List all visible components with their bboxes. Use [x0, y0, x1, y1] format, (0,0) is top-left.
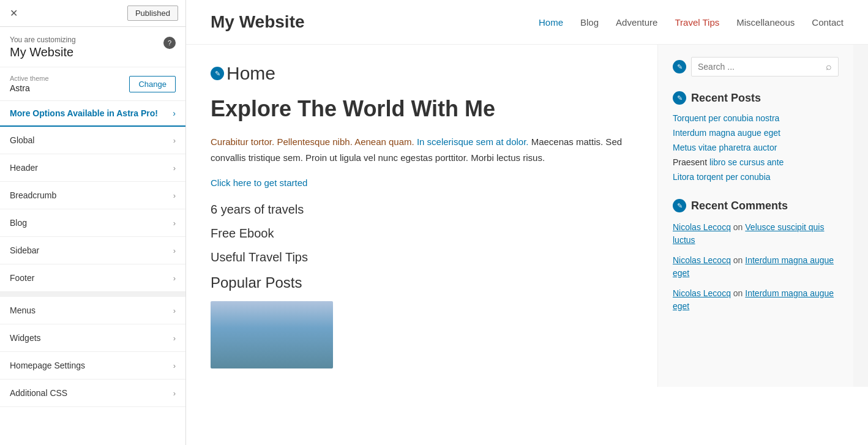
recent-comments-widget: ✎ Recent Comments Nicolas Lecocq on Velu… [673, 199, 839, 313]
menu-item-widgets[interactable]: Widgets › [0, 324, 185, 352]
nav-home[interactable]: Home [539, 17, 563, 28]
content-wrapper: ✎ Home Explore The World With Me Curabit… [186, 45, 868, 387]
change-theme-button[interactable]: Change [129, 76, 176, 92]
list-item: Torquent per conubia nostra [673, 113, 839, 123]
list-item: Interdum magna augue eget [673, 128, 839, 138]
menu-item-global[interactable]: Global › [0, 127, 185, 154]
recent-post-4[interactable]: Praesent libro se cursus ante [673, 157, 784, 167]
chevron-icon-sidebar: › [173, 246, 176, 255]
customizing-section: You are customizing My Website ? [0, 27, 185, 67]
top-bar: ✕ Published [0, 0, 185, 27]
menu-item-homepage-settings[interactable]: Homepage Settings › [0, 352, 185, 380]
astra-pro-label: More Options Available in Astra Pro! [10, 108, 158, 118]
site-nav: Home Blog Adventure Travel Tips Miscella… [539, 17, 844, 28]
chevron-icon-additional-css: › [173, 389, 176, 398]
post-thumbnail [211, 301, 333, 368]
chevron-icon-breadcrumb: › [173, 191, 176, 200]
customizing-label: You are customizing [10, 36, 76, 44]
menu-item-blog[interactable]: Blog › [0, 209, 185, 237]
chevron-icon-homepage: › [173, 361, 176, 370]
page-section-header: ✎ Home [211, 63, 633, 84]
list-item: Litora torqent per conubia [673, 172, 839, 182]
recent-post-2[interactable]: Interdum magna augue eget [673, 128, 780, 138]
customizing-site-name: My Website [10, 45, 76, 59]
recent-posts-list: Torquent per conubia nostra Interdum mag… [673, 113, 839, 182]
preview-area: My Website Home Blog Adventure Travel Ti… [186, 0, 868, 445]
main-content: ✎ Home Explore The World With Me Curabit… [186, 45, 657, 387]
chevron-icon-global: › [173, 136, 176, 145]
feature-travels: 6 years of travels [211, 203, 633, 217]
edit-recent-comments-icon[interactable]: ✎ [673, 199, 686, 212]
nav-miscellaneous[interactable]: Miscellaneous [736, 17, 795, 28]
chevron-icon-menus: › [173, 306, 176, 315]
help-icon[interactable]: ? [163, 37, 176, 49]
edit-home-icon[interactable]: ✎ [211, 67, 224, 80]
active-theme-label: Active theme [10, 75, 49, 82]
hero-heading: Explore The World With Me [211, 96, 633, 122]
recent-comments-title: Recent Comments [691, 200, 788, 212]
recent-post-1[interactable]: Torquent per conubia nostra [673, 113, 779, 123]
popular-posts-heading: Popular Posts [211, 274, 633, 291]
chevron-icon-widgets: › [173, 334, 176, 343]
nav-blog[interactable]: Blog [580, 17, 599, 28]
cta-link[interactable]: Click here to get started [211, 178, 633, 188]
list-item: Metus vitae pharetra auctor [673, 143, 839, 152]
edit-search-icon[interactable]: ✎ [673, 60, 686, 73]
menu-item-sidebar[interactable]: Sidebar › [0, 237, 185, 264]
nav-adventure[interactable]: Adventure [616, 17, 657, 28]
comment-1: Nicolas Lecocq on Velusce suscipit quis … [673, 221, 839, 247]
menu-list: Global › Header › Breadcrumb › Blog › Si… [0, 127, 185, 407]
menu-item-menus[interactable]: Menus › [0, 297, 185, 324]
menu-item-footer[interactable]: Footer › [0, 264, 185, 292]
search-box: ⌕ [691, 57, 839, 77]
published-button[interactable]: Published [127, 6, 178, 21]
list-item: Praesent libro se cursus ante [673, 157, 839, 167]
comment-author-2[interactable]: Nicolas Lecocq [673, 255, 731, 265]
recent-posts-title: Recent Posts [691, 92, 761, 105]
content-paragraph: Curabitur tortor. Pellentesque nibh. Aen… [211, 134, 633, 165]
recent-post-5[interactable]: Litora torqent per conubia [673, 172, 771, 182]
theme-name: Astra [10, 83, 49, 93]
astra-pro-chevron-icon: › [173, 108, 176, 118]
chevron-icon-header: › [173, 163, 176, 173]
theme-section: Active theme Astra Change [0, 67, 185, 101]
search-input[interactable] [698, 62, 826, 72]
edit-recent-posts-icon[interactable]: ✎ [673, 91, 686, 105]
comment-author-3[interactable]: Nicolas Lecocq [673, 288, 731, 298]
nav-travel-tips[interactable]: Travel Tips [675, 17, 719, 28]
recent-posts-widget: ✎ Recent Posts Torquent per conubia nost… [673, 91, 839, 182]
menu-item-header[interactable]: Header › [0, 154, 185, 182]
site-header: My Website Home Blog Adventure Travel Ti… [186, 0, 868, 45]
comment-3: Nicolas Lecocq on Interdum magna augue e… [673, 287, 839, 313]
customizer-panel: ✕ Published You are customizing My Websi… [0, 0, 186, 445]
feature-ebook: Free Ebook [211, 226, 633, 241]
menu-item-additional-css[interactable]: Additional CSS › [0, 380, 185, 407]
comment-author-1[interactable]: Nicolas Lecocq [673, 222, 731, 232]
sidebar-widget-area: ✎ ⌕ ✎ Recent Posts Torquent per conubia … [657, 45, 853, 387]
recent-post-3[interactable]: Metus vitae pharetra auctor [673, 143, 777, 152]
search-submit-button[interactable]: ⌕ [826, 61, 832, 72]
search-widget: ✎ ⌕ [673, 57, 839, 77]
nav-contact[interactable]: Contact [812, 17, 844, 28]
astra-pro-banner[interactable]: More Options Available in Astra Pro! › [0, 101, 185, 127]
menu-item-breadcrumb[interactable]: Breadcrumb › [0, 182, 185, 209]
feature-tips: Useful Travel Tips [211, 250, 633, 264]
page-heading: Home [226, 63, 275, 84]
close-button[interactable]: ✕ [7, 5, 20, 21]
chevron-icon-footer: › [173, 274, 176, 283]
comment-2: Nicolas Lecocq on Interdum magna augue e… [673, 254, 839, 280]
site-title: My Website [211, 12, 305, 32]
chevron-icon-blog: › [173, 219, 176, 228]
